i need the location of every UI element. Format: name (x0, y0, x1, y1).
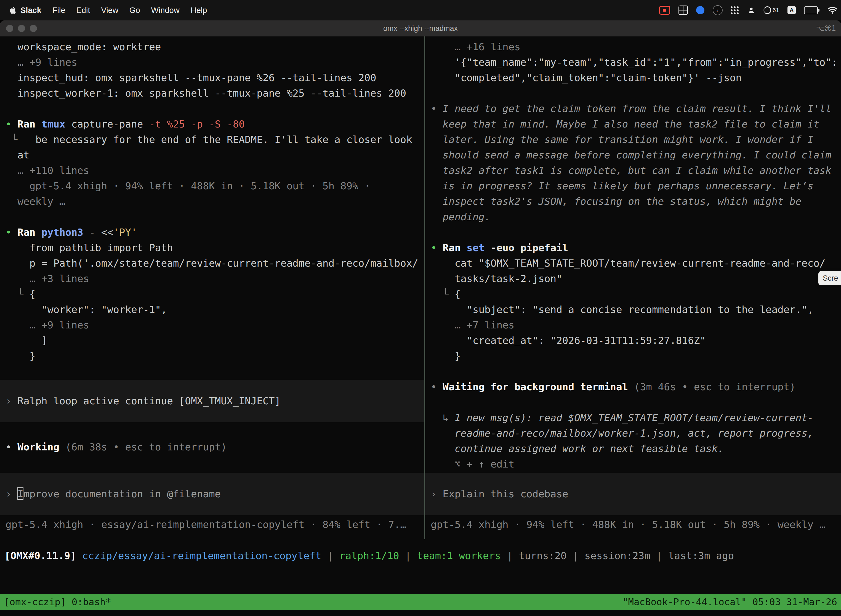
text-segment: } (431, 350, 460, 362)
text-segment: set (467, 242, 491, 253)
terminal-line: should send a message before completing … (425, 147, 841, 163)
text-segment: … +7 lines (431, 319, 514, 331)
text-segment: python3 (41, 227, 89, 238)
text-segment: "worker": "worker-1", (6, 304, 167, 315)
apple-menu-icon[interactable] (9, 7, 16, 14)
text-segment: last:3m ago (668, 550, 734, 561)
terminal-app-icon[interactable]: › (713, 5, 722, 15)
text-segment: • (6, 119, 18, 130)
terminal-line: … +16 lines (425, 39, 841, 55)
tmux-status-bar: [omx-cczip] 0:bash* "MacBook-Pro-44.loca… (0, 594, 841, 610)
text-segment: (3m 46s • esc to interrupt) (634, 381, 796, 392)
text-segment: ⌥ + ↑ edit (431, 458, 514, 470)
composer-input-left[interactable]: › Improve documentation in @filename (0, 473, 424, 515)
text-segment: workspace_mode: worktree (6, 41, 161, 53)
text-segment: … +9 lines (6, 57, 77, 68)
screen-recording-icon[interactable] (659, 6, 670, 15)
text-segment: I need to get the claim token from the c… (442, 103, 831, 114)
menu-item-file[interactable]: File (53, 6, 65, 15)
terminal-line (425, 364, 841, 379)
zoom-button[interactable] (30, 25, 37, 32)
text-segment: Ralph loop active continue [OMX_TMUX_INJ… (18, 395, 281, 406)
text-segment: } (6, 350, 35, 362)
text-segment: └ (6, 134, 35, 145)
text-segment: mprove documentation in @filename (23, 488, 221, 500)
text-segment: is in progress? It seems likely but perh… (431, 180, 813, 192)
close-button[interactable] (6, 25, 13, 32)
model-status-right: gpt-5.4 xhigh · 94% left · 488K in · 5.1… (425, 517, 841, 532)
text-segment: "subject": "send a concise recommendatio… (431, 304, 813, 315)
text-segment: ↳ (431, 412, 455, 423)
battery-body (804, 6, 818, 14)
text-segment: › (6, 395, 18, 406)
terminal-line: } (0, 348, 424, 364)
text-segment: › (431, 488, 442, 500)
text-segment: ] (6, 335, 47, 346)
battery-icon[interactable] (804, 6, 819, 14)
menu-item-window[interactable]: Window (151, 6, 180, 15)
text-segment: | (651, 550, 668, 561)
text-segment: continue assigned work or next feasible … (431, 443, 724, 454)
left-pane: workspace_mode: worktree … +9 lines insp… (0, 37, 424, 539)
text-segment: from pathlib import Path (6, 242, 173, 253)
terminal-line: inspect task2's JSON, focusing on the st… (425, 194, 841, 209)
text-segment: inspect_worker-1: omx sparkshell --tmux-… (6, 88, 406, 99)
app-launcher-icon[interactable] (731, 6, 739, 14)
terminal-line: … +7 lines (425, 317, 841, 333)
screen-notification-clipped[interactable]: Scre (818, 271, 841, 285)
text-segment: '{"team_name":"my-team","task_id":"1","f… (431, 57, 837, 68)
text-segment: Working (18, 441, 65, 453)
terminal-line: is in progress? It seems likely but perh… (425, 178, 841, 194)
text-segment: Waiting for background terminal (442, 381, 634, 392)
tmux-host-clock: "MacBook-Pro-44.local" 05:03 31-Mar-26 (623, 596, 837, 607)
terminal-line: '{"team_name":"my-team","task_id":"1","f… (425, 55, 841, 70)
input-source-icon[interactable]: A (787, 6, 796, 14)
text-segment: … +9 lines (6, 319, 89, 331)
menu-item-go[interactable]: Go (129, 6, 140, 15)
menu-item-view[interactable]: View (101, 6, 119, 15)
composer-input-left-injected[interactable]: › Ralph loop active continue [OMX_TMUX_I… (0, 380, 424, 422)
waiting-status: • Waiting for background terminal (3m 46… (425, 379, 841, 395)
window-title-bar[interactable]: omx --xhigh --madmax ⌥⌘1 (0, 21, 841, 37)
text-segment: { (29, 288, 35, 300)
command-entry: • Ran set -euo pipefail (425, 240, 841, 255)
terminal-line: └ { (0, 286, 424, 302)
text-segment: … +16 lines (431, 41, 520, 53)
window-grid-icon[interactable] (678, 6, 688, 15)
composer-input-right[interactable]: › Explain this codebase (425, 473, 841, 515)
gauge-value: 61 (772, 7, 779, 14)
terminal-line: weekly … (0, 194, 424, 209)
text-segment: … +110 lines (6, 165, 89, 176)
gauge-61-icon[interactable]: 61 (763, 6, 779, 14)
minimize-button[interactable] (18, 25, 25, 32)
user-icon[interactable] (747, 6, 755, 14)
terminal-line: readme-and-reco/mailbox/worker-1.json, a… (425, 425, 841, 441)
terminal-line: continue assigned work or next feasible … (425, 441, 841, 456)
command-entry: • Ran python3 - <<'PY' (0, 224, 424, 240)
text-segment: [OMX#0.11.9] (4, 550, 82, 561)
active-app-name[interactable]: Slack (21, 6, 41, 15)
text-segment: • (6, 227, 18, 238)
terminal-line: "created_at": "2026-03-31T11:59:27.816Z" (425, 333, 841, 348)
wifi-icon[interactable] (828, 7, 837, 14)
menu-bar: Slack FileEditViewGoWindowHelp › 61 A (0, 0, 841, 21)
blue-app-icon[interactable] (696, 6, 705, 14)
text-segment: inspect task2's JSON, focusing on the st… (431, 196, 801, 207)
menu-items: FileEditViewGoWindowHelp (53, 6, 207, 15)
command-entry: • Ran tmux capture-pane -t %25 -p -S -80 (0, 116, 424, 132)
text-segment: task2 after task1 is complete, but can I… (431, 165, 831, 176)
terminal-line: inspect_hud: omx sparkshell --tmux-pane … (0, 70, 424, 85)
tmux-session-window[interactable]: [omx-cczip] 0:bash* (4, 596, 111, 607)
text-segment: turns:20 (519, 550, 567, 561)
assistant-thinking: • I need to get the claim token from the… (425, 101, 841, 116)
text-segment: ralph:1/10 (339, 550, 399, 561)
text-segment: • (431, 242, 442, 253)
text-segment: └ (431, 288, 455, 300)
text-segment: 'PY' (113, 227, 137, 238)
menu-item-edit[interactable]: Edit (76, 6, 90, 15)
text-segment: 1 new msg(s): read $OMX_TEAM_STATE_ROOT/… (455, 412, 813, 423)
text-segment: inspect_hud: omx sparkshell --tmux-pane … (6, 72, 377, 84)
menu-item-help[interactable]: Help (190, 6, 207, 15)
terminal-line: pending. (425, 209, 841, 224)
text-segment: -t %25 -p -S -80 (149, 119, 245, 130)
